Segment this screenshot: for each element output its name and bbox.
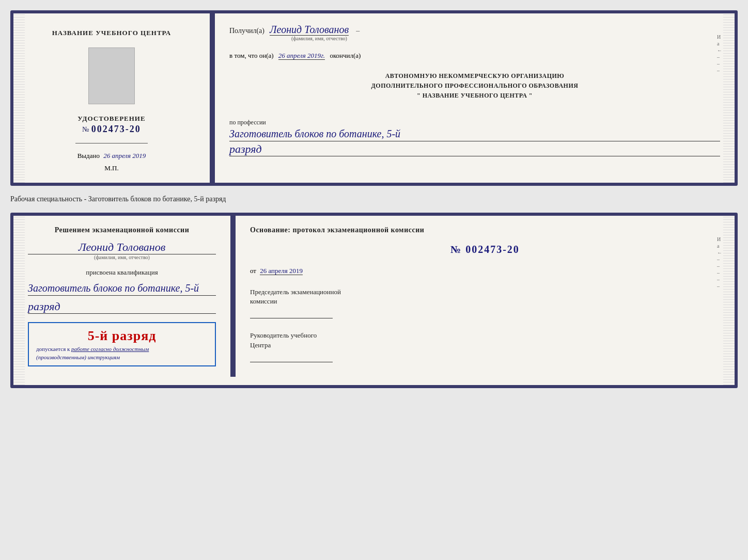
- razryad-c2: разряд: [28, 300, 216, 314]
- protocol-number: № 002473-20: [250, 244, 720, 255]
- spine-divider: [210, 13, 215, 183]
- mp-label: М.П.: [104, 164, 118, 172]
- card2-left-panel: Решением экзаменационной комиссии Леонид…: [13, 216, 230, 377]
- side-letters-1: И а ← – – –: [717, 34, 722, 73]
- org-line3: " НАЗВАНИЕ УЧЕБНОГО ЦЕНТРА ": [229, 91, 720, 101]
- right-spine-2: [723, 216, 735, 385]
- qualification-value: Заготовитель блоков по ботанике, 5-й: [28, 281, 216, 296]
- person-name: Леонид Толованов: [28, 241, 216, 254]
- confirm-suffix: окончил(а): [330, 52, 361, 59]
- certificate-card-1: НАЗВАНИЕ УЧЕБНОГО ЦЕНТРА УДОСТОВЕРЕНИЕ №…: [10, 10, 738, 186]
- spine-divider-2: [230, 216, 236, 377]
- recipient-name: Леонид Толованов: [270, 24, 349, 36]
- from-date: 26 апреля 2019: [260, 267, 303, 275]
- recipient-sub: (фамилия, имя, отчество): [291, 36, 720, 41]
- signature-underline-1: [75, 143, 148, 143]
- recipient-prefix: Получил(а): [229, 27, 264, 35]
- profession-value: Заготовитель блоков по ботанике, 5-й: [229, 126, 720, 141]
- training-center-label-left: НАЗВАНИЕ УЧЕБНОГО ЦЕНТРА: [52, 29, 172, 37]
- side-char-d6: –: [717, 270, 722, 276]
- cert-number-prefix: №: [82, 125, 89, 134]
- stamp-box: 5-й разряд допускается к работе согласно…: [28, 322, 216, 366]
- org-block: АВТОНОМНУЮ НЕКОММЕРЧЕСКУЮ ОРГАНИЗАЦИЮ ДО…: [229, 71, 720, 101]
- head-label: Руководитель учебного Центра: [250, 331, 720, 349]
- cert-title-text: УДОСТОВЕРЕНИЕ: [77, 115, 145, 123]
- decision-text: Решением экзаменационной комиссии: [28, 226, 216, 234]
- chairman-label: Председатель экзаменационной комиссии: [250, 287, 720, 306]
- from-prefix: от: [250, 267, 256, 275]
- specialty-label: Рабочая специальность - Заготовитель бло…: [10, 192, 738, 206]
- side-char-d1: –: [717, 54, 722, 60]
- stamp-allows: допускается к работе согласно должностны…: [36, 346, 208, 352]
- qualification-label: присвоена квалификация: [28, 268, 216, 277]
- side-char-a: а: [717, 41, 722, 46]
- certificate-card-2: Решением экзаменационной комиссии Леонид…: [10, 213, 738, 388]
- card2-right-panel: Основание: протокол экзаменационной коми…: [236, 216, 735, 377]
- side-char-d8: –: [717, 283, 722, 289]
- profession-label: по профессии: [229, 119, 720, 126]
- razryad-value: разряд: [229, 142, 720, 156]
- side-char-i: И: [717, 34, 722, 40]
- head-sig-line: [250, 352, 333, 362]
- issued-row: Выдано 26 апреля 2019: [77, 152, 146, 160]
- card1-left-panel: НАЗВАНИЕ УЧЕБНОГО ЦЕНТРА УДОСТОВЕРЕНИЕ №…: [13, 13, 210, 183]
- confirm-text: в том, что он(а): [229, 52, 274, 59]
- chairman-sig-line: [250, 308, 333, 318]
- stamp-work: работе согласно должностным: [71, 346, 149, 352]
- side-char-a2: а: [717, 243, 722, 249]
- side-char-i2: И: [717, 236, 722, 242]
- org-line2: ДОПОЛНИТЕЛЬНОГО ПРОФЕССИОНАЛЬНОГО ОБРАЗО…: [229, 81, 720, 91]
- side-char-d3: –: [717, 68, 722, 73]
- cert-number: 002473-20: [91, 124, 141, 135]
- right-spine: [723, 13, 735, 183]
- chairman-block: Председатель экзаменационной комиссии: [250, 287, 720, 318]
- person-sub: (фамилия, имя, отчество): [28, 254, 216, 260]
- side-char-arrow2: ←: [717, 250, 722, 255]
- org-line1: АВТОНОМНУЮ НЕКОММЕРЧЕСКУЮ ОРГАНИЗАЦИЮ: [229, 71, 720, 81]
- head-block: Руководитель учебного Центра: [250, 331, 720, 362]
- confirm-row: в том, что он(а) 26 апреля 2019г. окончи…: [229, 52, 720, 60]
- issued-date: 26 апреля 2019: [103, 152, 146, 159]
- left-spine: [13, 13, 25, 183]
- left-spine-2: [13, 216, 25, 385]
- cert-title-block: УДОСТОВЕРЕНИЕ № 002473-20: [77, 115, 145, 135]
- side-char-d2: –: [717, 61, 722, 67]
- side-letters-2: И а ← – – – – –: [717, 236, 722, 289]
- photo-placeholder: [88, 47, 135, 104]
- from-date-row: от 26 апреля 2019: [250, 267, 720, 275]
- stamp-instructions: (производственным) инструкциям: [36, 354, 208, 360]
- side-char-arrow: ←: [717, 47, 722, 53]
- side-char-d4: –: [717, 257, 722, 262]
- person-name-block: Леонид Толованов (фамилия, имя, отчество…: [28, 241, 216, 260]
- stamp-rank: 5-й разряд: [88, 328, 157, 344]
- recipient-row: Получил(а) Леонид Толованов – (фамилия, …: [229, 24, 720, 41]
- issued-label: Выдано: [77, 152, 100, 159]
- side-char-d5: –: [717, 263, 722, 269]
- side-char-d7: –: [717, 277, 722, 282]
- page-wrapper: НАЗВАНИЕ УЧЕБНОГО ЦЕНТРА УДОСТОВЕРЕНИЕ №…: [10, 10, 738, 388]
- basis-title: Основание: протокол экзаменационной коми…: [250, 226, 720, 234]
- profession-block: по профессии Заготовитель блоков по бота…: [229, 115, 720, 156]
- card1-right-panel: Получил(а) Леонид Толованов – (фамилия, …: [215, 13, 735, 183]
- confirm-date: 26 апреля 2019г.: [278, 52, 325, 60]
